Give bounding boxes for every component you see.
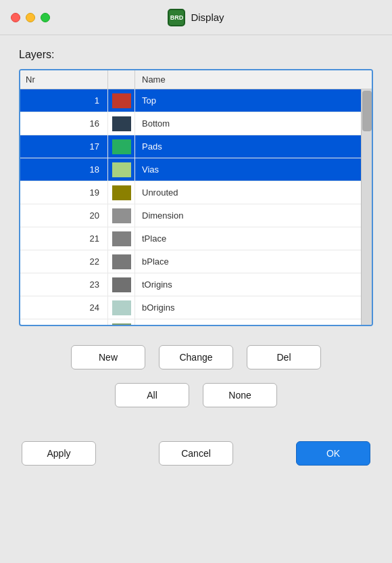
color-swatch [112,323,131,325]
row-name: Unrouted [135,187,361,198]
table-row[interactable]: 19Unrouted [20,181,361,204]
color-swatch [112,254,131,269]
table-row[interactable]: 21tPlace [20,227,361,250]
all-button[interactable]: All [115,383,189,407]
color-swatch [112,300,131,315]
none-button[interactable]: None [203,383,277,407]
table-row[interactable]: 1Top [20,89,361,112]
buttons-row1: New Change Del [19,345,373,369]
del-button[interactable]: Del [247,345,321,369]
row-color [108,296,135,319]
color-swatch [112,231,131,246]
maximize-button[interactable] [41,13,50,22]
title-bar: BRD Display [0,0,392,35]
table-row[interactable]: 16Bottom [20,112,361,135]
color-swatch [112,185,131,200]
row-nr: 20 [20,204,108,227]
row-nr: 25 [20,319,108,325]
col-name-header: Name [135,74,372,85]
scrollbar-thumb[interactable] [362,91,372,131]
row-name: tPlace [135,233,361,244]
table-body: 1Top16Bottom17Pads18Vias19Unrouted20Dime… [20,89,361,325]
title-bar-content: BRD Display [168,9,224,26]
row-color [108,273,135,296]
table-row[interactable]: 25tNames [20,319,361,325]
table-row[interactable]: 20Dimension [20,204,361,227]
traffic-lights [11,13,50,22]
color-swatch [112,93,131,108]
layers-table-container: Nr Name 1Top16Bottom17Pads18Vias19Unrout… [19,69,373,326]
row-nr: 18 [20,158,108,181]
window-title: Display [191,12,224,23]
color-swatch [112,277,131,292]
row-color [108,250,135,273]
row-color [108,319,135,325]
color-swatch [112,208,131,223]
table-header: Nr Name [20,70,372,89]
minimize-button[interactable] [26,13,35,22]
row-name: Pads [135,141,361,152]
new-button[interactable]: New [71,345,145,369]
row-name: tOrigins [135,279,361,290]
close-button[interactable] [11,13,20,22]
row-nr: 24 [20,296,108,319]
row-nr: 16 [20,112,108,135]
row-nr: 17 [20,135,108,158]
row-color [108,135,135,158]
table-body-wrapper: 1Top16Bottom17Pads18Vias19Unrouted20Dime… [20,89,372,325]
color-swatch [112,139,131,154]
apply-button[interactable]: Apply [22,441,96,466]
row-color [108,112,135,135]
layers-label: Layers: [19,49,373,61]
row-nr: 23 [20,273,108,296]
row-nr: 22 [20,250,108,273]
row-name: Top [135,95,361,106]
scrollbar-track[interactable] [361,89,372,325]
row-name: Vias [135,164,361,175]
row-name: Bottom [135,118,361,129]
color-swatch [112,116,131,131]
row-name: Dimension [135,210,361,221]
table-row[interactable]: 17Pads [20,135,361,158]
app-icon: BRD [168,9,185,26]
table-row[interactable]: 23tOrigins [20,273,361,296]
col-color-header [108,70,135,89]
col-nr-header: Nr [20,70,108,89]
row-nr: 1 [20,89,108,112]
cancel-button[interactable]: Cancel [159,441,233,466]
row-nr: 19 [20,181,108,204]
color-swatch [112,162,131,177]
row-color [108,181,135,204]
buttons-row2: All None [19,383,373,407]
buttons-bottom: Apply Cancel OK [19,441,373,466]
row-name: bPlace [135,256,361,267]
table-row[interactable]: 24bOrigins [20,296,361,319]
table-row[interactable]: 18Vias [20,158,361,181]
row-name: bOrigins [135,302,361,313]
ok-button[interactable]: OK [296,441,370,466]
change-button[interactable]: Change [159,345,233,369]
row-color [108,158,135,181]
row-color [108,89,135,112]
row-color [108,204,135,227]
table-row[interactable]: 22bPlace [20,250,361,273]
row-color [108,227,135,250]
main-content: Layers: Nr Name 1Top16Bottom17Pads18Vias… [0,35,392,479]
row-nr: 21 [20,227,108,250]
